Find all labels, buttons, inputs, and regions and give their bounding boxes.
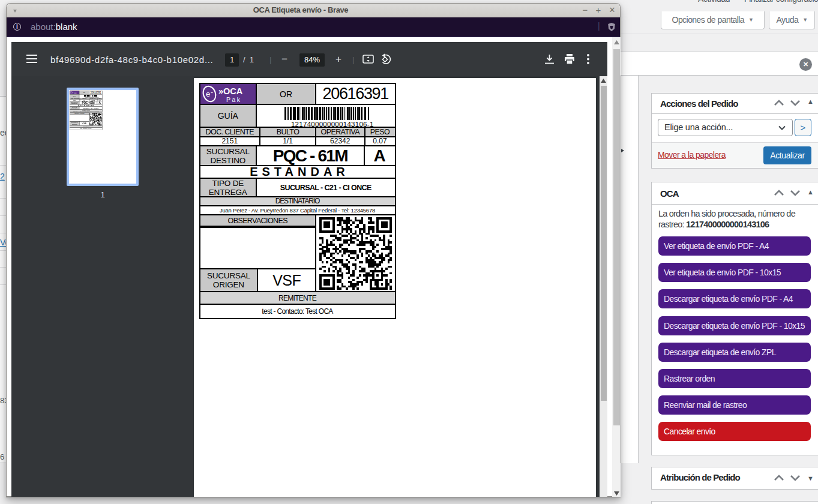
svg-text:»OCA: »OCA xyxy=(218,86,243,96)
svg-text:Pak: Pak xyxy=(226,96,242,103)
svg-text:e: e xyxy=(206,89,210,98)
svg-text:-: - xyxy=(211,88,213,97)
